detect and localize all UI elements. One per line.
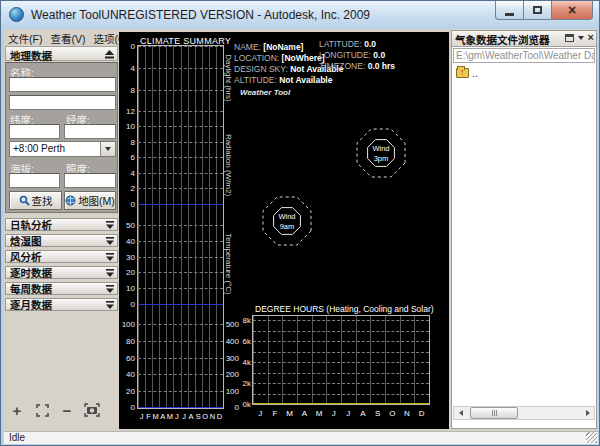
double-chevron-expand-icon — [106, 301, 114, 310]
tree-item[interactable]: ↑.. — [453, 65, 595, 81]
status-text: Idle — [9, 432, 25, 443]
file-browser-header-icons: × — [565, 33, 594, 42]
zoom-out-icon: − — [63, 402, 72, 419]
double-chevron-expand-icon — [106, 253, 114, 262]
axis-tick-label: 40 — [119, 370, 135, 379]
search-button[interactable]: 查找 — [9, 191, 62, 210]
double-chevron-expand-icon — [106, 221, 114, 230]
path-field[interactable]: E:\gm\WeatherTool\Weather Data — [453, 48, 595, 63]
titlebar[interactable]: Weather ToolUNREGISTERED VERSION - Autod… — [1, 1, 600, 29]
wind-rose-label: Wind — [372, 144, 389, 153]
close-icon[interactable]: × — [588, 33, 594, 42]
axis-tick-label: 30 — [119, 253, 135, 262]
chevron-down-icon[interactable] — [578, 36, 584, 40]
axis-tick-label: 8 — [119, 86, 135, 95]
wind-rose-label: Wind — [278, 212, 295, 221]
timezone-select[interactable]: +8:00 Perth — [9, 141, 116, 157]
axis-tick-label: 20 — [119, 387, 135, 396]
float-window-icon[interactable] — [565, 34, 574, 42]
menubar: 文件(F)查看(V)选项(O) — [4, 30, 119, 46]
axis-tick-label: 4k — [237, 358, 251, 367]
axis-tick-label: 12 — [119, 107, 135, 116]
timezone-value: +8:00 Perth — [13, 143, 65, 154]
scroll-right-button[interactable] — [581, 407, 594, 419]
axis-tick-label: 2 — [119, 184, 135, 193]
axis-tick-label: 50 — [119, 221, 135, 230]
app-body: 文件(F)查看(V)选项(O) 地理数据 名称: 纬度: 经度: +8:00 P… — [4, 29, 598, 431]
accordion-section[interactable]: 每周数据 — [5, 282, 118, 295]
month-label: A — [299, 409, 309, 418]
axis-tick-label: 200 — [222, 370, 239, 379]
axis-tick-label: 10 — [119, 284, 135, 293]
info-name: NAME: [NoName] — [234, 42, 303, 52]
accordion-section-label: 焓湿图 — [10, 235, 42, 247]
accordion-section-label: 逐时数据 — [10, 267, 52, 279]
app-icon — [9, 7, 24, 22]
month-label: D — [215, 412, 223, 421]
accordion-section[interactable]: 逐月数据 — [5, 298, 118, 311]
app-window: Weather ToolUNREGISTERED VERSION - Autod… — [0, 0, 600, 446]
month-label: S — [373, 409, 383, 418]
accordion-section[interactable]: 日轨分析 — [5, 218, 118, 231]
zoom-out-button[interactable]: − — [58, 401, 76, 419]
month-label: A — [358, 409, 368, 418]
minimize-button[interactable] — [495, 1, 524, 20]
accordion-section[interactable]: 风分析 — [5, 250, 118, 263]
accordion-section-label: 逐月数据 — [10, 299, 52, 311]
accordion-section[interactable]: 焓湿图 — [5, 234, 118, 247]
latitude-input[interactable] — [9, 124, 60, 139]
scroll-left-button[interactable] — [454, 407, 467, 419]
degree-hours-title: DEGREE HOURS (Heating, Cooling and Solar… — [255, 304, 434, 314]
maximize-button[interactable] — [523, 1, 552, 20]
climate-canvas[interactable]: CLIMATE SUMMARY NAME: [NoName] LOCATION:… — [119, 32, 449, 429]
month-label: J — [329, 409, 339, 418]
name-input-2[interactable] — [9, 95, 116, 110]
horizontal-scrollbar[interactable] — [453, 406, 595, 420]
folder-up-icon: ↑ — [456, 68, 469, 78]
altitude-input[interactable] — [9, 173, 60, 188]
file-browser-header[interactable]: 气象数据文件浏览器 × — [452, 31, 596, 47]
wind-ring-solid — [274, 208, 301, 235]
wind-ring-dashed — [357, 129, 405, 177]
titlebar-buttons: × — [496, 1, 593, 20]
info-latitude: LATITUDE: 0.0 — [319, 39, 376, 49]
month-label: F — [270, 409, 280, 418]
accordion-section-label: 每周数据 — [10, 283, 52, 295]
snapshot-button[interactable] — [83, 401, 101, 419]
info-timezone: TIMEZONE: 0.0 hrs — [319, 61, 395, 71]
close-button[interactable]: × — [551, 1, 593, 20]
dropdown-arrow-icon[interactable] — [100, 142, 115, 156]
weather-file-browser-panel: 气象数据文件浏览器 × E:\gm\WeatherTool\Weather Da… — [451, 30, 597, 429]
view-toolbar: + − — [8, 401, 101, 419]
resize-grip[interactable] — [586, 432, 597, 443]
plot-border — [137, 45, 224, 409]
window-title: Weather ToolUNREGISTERED VERSION - Autod… — [31, 1, 370, 29]
month-label: J — [255, 409, 265, 418]
fit-extents-button[interactable] — [33, 401, 51, 419]
illuminance-input[interactable] — [64, 173, 116, 188]
wind-rose-label: 3pm — [374, 154, 389, 163]
close-icon: × — [568, 3, 576, 17]
double-chevron-expand-icon — [106, 237, 114, 246]
menu-item[interactable]: 查看(V) — [46, 30, 89, 46]
geo-panel-header[interactable]: 地理数据 — [5, 46, 118, 61]
axis-tick-label: 8k — [237, 316, 251, 325]
collapse-eject-icon — [105, 50, 114, 59]
accordion-section[interactable]: 逐时数据 — [5, 266, 118, 279]
name-input-1[interactable] — [9, 77, 116, 92]
longitude-input[interactable] — [64, 124, 116, 139]
search-icon — [19, 195, 30, 206]
month-label: O — [387, 409, 397, 418]
tree-item-label: .. — [472, 67, 478, 79]
axis-tick-label: 6 — [119, 153, 135, 162]
axis-tick-label: 40 — [119, 237, 135, 246]
menu-item[interactable]: 文件(F) — [4, 30, 46, 46]
zoom-in-button[interactable]: + — [8, 401, 26, 419]
axis-tick-label: 60 — [119, 354, 135, 363]
map-button[interactable]: 地图(M) — [64, 191, 116, 210]
scroll-thumb[interactable] — [470, 407, 518, 419]
info-altitude: ALTITUDE: Not Available — [234, 75, 332, 85]
axis-tick-label: 0 — [119, 403, 135, 412]
axis-title: Temperature (°C) — [224, 233, 233, 294]
month-label: J — [343, 409, 353, 418]
